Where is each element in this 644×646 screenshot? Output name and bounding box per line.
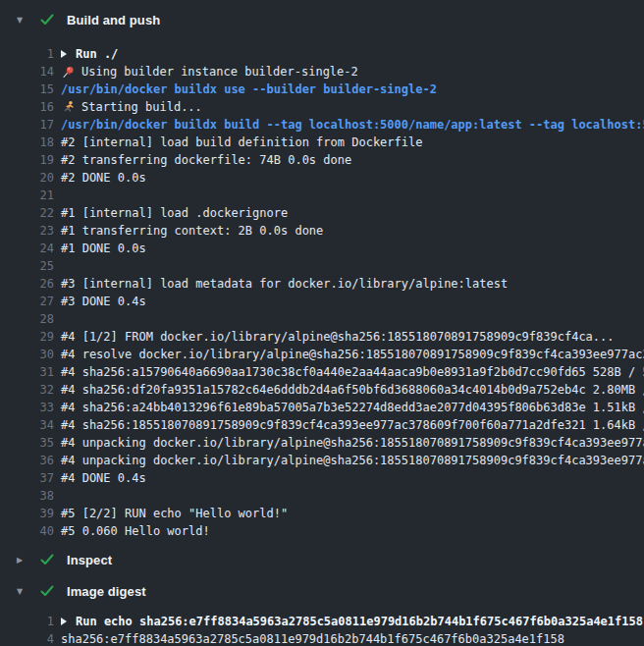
line-number[interactable]: 17 [0, 118, 54, 132]
log-line: 29#4 [1/2] FROM docker.io/library/alpine… [0, 328, 644, 346]
line-number[interactable]: 38 [0, 489, 54, 503]
log-line: 1Run echo sha256:e7ff8834a5963a2785c5a08… [0, 613, 644, 630]
log-block: 1Run echo sha256:e7ff8834a5963a2785c5a08… [0, 603, 644, 646]
chevron-down-icon[interactable]: ▼ [14, 587, 26, 596]
line-text: Run echo sha256:e7ff8834a5963a2785c5a081… [76, 615, 643, 628]
line-number[interactable]: 34 [0, 418, 54, 432]
chevron-down-icon[interactable]: ▼ [14, 16, 26, 25]
log-line: 26#3 [internal] load metadata for docker… [0, 275, 644, 293]
log-line: 40#5 0.060 Hello world! [0, 522, 644, 540]
line-text: #3 DONE 0.4s [61, 295, 146, 308]
expand-toggle-icon[interactable] [61, 618, 67, 625]
section-label: Inspect [67, 553, 112, 567]
line-text: Run ./ [76, 47, 118, 61]
expand-toggle-icon[interactable] [61, 50, 67, 58]
check-icon [39, 583, 55, 599]
line-number[interactable]: 29 [0, 330, 54, 344]
log-line: 24#1 DONE 0.0s [0, 240, 644, 257]
actions-log-viewer: ▼Build and push1Run ./14Using builder in… [0, 0, 644, 646]
log-line: 4sha256:e7ff8834a5963a2785c5a0811e979d16… [0, 630, 644, 646]
log-line: 23#1 transferring context: 2B 0.0s done [0, 222, 644, 240]
log-line: 38 [0, 487, 644, 505]
line-number[interactable]: 36 [0, 454, 54, 467]
log-line: 30#4 resolve docker.io/library/alpine@sh… [0, 346, 644, 363]
line-number[interactable]: 27 [0, 295, 54, 308]
line-number[interactable]: 1 [0, 615, 54, 628]
line-content: #2 transferring dockerfile: 74B 0.0s don… [61, 153, 351, 167]
line-number[interactable]: 31 [0, 365, 54, 379]
log-line: 25 [0, 257, 644, 275]
line-number[interactable]: 35 [0, 436, 54, 450]
line-number[interactable]: 30 [0, 348, 54, 361]
line-text: #2 DONE 0.0s [61, 171, 146, 185]
line-number[interactable]: 4 [0, 632, 54, 646]
log-line: 33#4 sha256:a24bb4013296f61e89ba57005a7b… [0, 399, 644, 416]
line-content: Starting build... [61, 100, 202, 115]
section-header-image-digest[interactable]: ▼Image digest [0, 579, 644, 603]
line-text: #5 0.060 Hello world! [61, 524, 210, 538]
line-content: #4 sha256:a24bb4013296f61e89ba57005a7b3e… [61, 401, 644, 414]
line-text: Starting build... [81, 100, 202, 114]
line-number[interactable]: 19 [0, 153, 54, 167]
line-number[interactable]: 24 [0, 242, 54, 255]
log-line: 1Run ./ [0, 45, 644, 63]
line-number[interactable]: 18 [0, 135, 54, 149]
log-line: 39#5 [2/2] RUN echo "Hello world!" [0, 505, 644, 522]
line-number[interactable]: 16 [0, 100, 54, 114]
line-number[interactable]: 37 [0, 471, 54, 485]
line-number[interactable]: 14 [0, 65, 54, 79]
line-number[interactable]: 1 [0, 47, 54, 61]
line-content: #4 sha256:185518070891758909c9f839cf4ca3… [61, 418, 644, 432]
log-line: 27#3 DONE 0.4s [0, 293, 644, 310]
line-number[interactable]: 39 [0, 507, 54, 520]
check-icon [39, 12, 55, 27]
line-content: #4 sha256:df20fa9351a15782c64e6dddb2d4a6… [61, 383, 644, 397]
line-text: #4 sha256:df20fa9351a15782c64e6dddb2d4a6… [61, 383, 644, 397]
section-label: Image digest [67, 584, 146, 599]
line-text: /usr/bin/docker buildx build --tag local… [61, 118, 644, 132]
line-content: #2 [internal] load build definition from… [61, 135, 422, 149]
line-text: /usr/bin/docker buildx use --builder bui… [61, 82, 437, 96]
log-line: 14Using builder instance builder-single-… [0, 63, 644, 81]
line-number[interactable]: 21 [0, 188, 54, 202]
log-line: 17/usr/bin/docker buildx build --tag loc… [0, 116, 644, 134]
line-number[interactable]: 33 [0, 401, 54, 414]
line-content: sha256:e7ff8834a5963a2785c5a0811e979d16b… [61, 632, 564, 646]
line-number[interactable]: 20 [0, 171, 54, 185]
log-line: 31#4 sha256:a15790640a6690aa1730c38cf0a4… [0, 363, 644, 381]
log-line: 28 [0, 310, 644, 328]
line-number[interactable]: 40 [0, 524, 54, 538]
line-content: #4 [1/2] FROM docker.io/library/alpine@s… [61, 330, 615, 344]
line-number[interactable]: 22 [0, 206, 54, 220]
line-content: #5 [2/2] RUN echo "Hello world!" [61, 507, 288, 520]
line-text: #4 sha256:a24bb4013296f61e89ba57005a7b3e… [61, 401, 644, 414]
line-content: #1 [internal] load .dockerignore [61, 206, 288, 220]
line-content: Using builder instance builder-single-2 [61, 65, 358, 80]
log-section-inspect: ▶Inspect [0, 548, 644, 571]
log-line: 15/usr/bin/docker buildx use --builder b… [0, 81, 644, 98]
line-number[interactable]: 15 [0, 82, 54, 96]
chevron-right-icon[interactable]: ▶ [14, 556, 26, 565]
line-number[interactable]: 32 [0, 383, 54, 397]
line-number[interactable]: 28 [0, 312, 54, 326]
line-text: #1 [internal] load .dockerignore [61, 206, 288, 220]
line-text: sha256:e7ff8834a5963a2785c5a0811e979d16b… [61, 632, 564, 646]
line-number[interactable]: 26 [0, 277, 54, 291]
log-line: 35#4 unpacking docker.io/library/alpine@… [0, 434, 644, 452]
line-number[interactable]: 25 [0, 259, 54, 273]
line-text: #4 [1/2] FROM docker.io/library/alpine@s… [61, 330, 615, 344]
section-header-build-and-push[interactable]: ▼Build and push [0, 8, 644, 31]
line-number[interactable]: 23 [0, 224, 54, 238]
log-line: 20#2 DONE 0.0s [0, 169, 644, 187]
line-content: #1 DONE 0.0s [61, 242, 146, 255]
runner-icon [61, 100, 76, 115]
section-header-inspect[interactable]: ▶Inspect [0, 548, 644, 571]
log-line: 22#1 [internal] load .dockerignore [0, 204, 644, 222]
line-content: #3 [internal] load metadata for docker.i… [61, 277, 508, 291]
log-line: 19#2 transferring dockerfile: 74B 0.0s d… [0, 151, 644, 169]
log-line: 21 [0, 187, 644, 204]
line-content: /usr/bin/docker buildx build --tag local… [61, 118, 644, 132]
check-icon [39, 552, 55, 567]
line-content: #4 sha256:a15790640a6690aa1730c38cf0a440… [61, 365, 644, 379]
line-content: Run ./ [61, 47, 118, 61]
